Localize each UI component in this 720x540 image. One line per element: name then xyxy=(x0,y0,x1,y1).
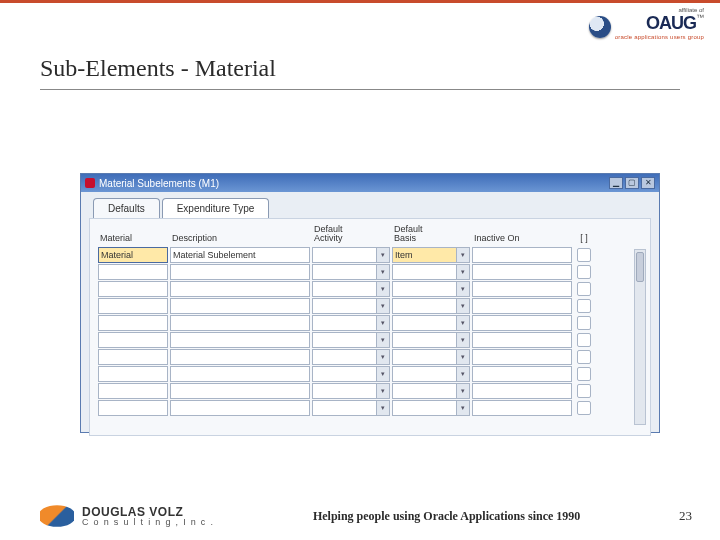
scrollbar-thumb[interactable] xyxy=(636,252,644,282)
row-checkbox[interactable] xyxy=(577,316,591,330)
row-checkbox[interactable] xyxy=(577,401,591,415)
vertical-scrollbar[interactable] xyxy=(634,249,646,425)
footer-tagline: Helping people using Oracle Applications… xyxy=(313,509,580,524)
description-field[interactable] xyxy=(170,383,310,399)
inactive-on-field[interactable] xyxy=(472,400,572,416)
chevron-down-icon[interactable]: ▾ xyxy=(376,264,390,280)
material-field[interactable]: Material xyxy=(98,247,168,263)
row-checkbox[interactable] xyxy=(577,248,591,262)
window-titlebar[interactable]: Material Subelements (M1) ▁ ▢ ✕ xyxy=(81,174,659,192)
default-basis-field[interactable]: ▾ xyxy=(392,315,470,331)
default-activity-field[interactable]: ▾ xyxy=(312,349,390,365)
row-checkbox[interactable] xyxy=(577,384,591,398)
row-checkbox[interactable] xyxy=(577,333,591,347)
chevron-down-icon[interactable]: ▾ xyxy=(456,349,470,365)
chevron-down-icon[interactable]: ▾ xyxy=(376,315,390,331)
chevron-down-icon[interactable]: ▾ xyxy=(456,298,470,314)
default-basis-field[interactable]: ▾ xyxy=(392,349,470,365)
chevron-down-icon[interactable]: ▾ xyxy=(376,298,390,314)
dv-swoosh-icon xyxy=(40,504,74,528)
description-field[interactable] xyxy=(170,281,310,297)
data-rows: Material Material Subelement ▾ Item▾ ▾ ▾ xyxy=(98,247,646,416)
description-field[interactable] xyxy=(170,315,310,331)
row-checkbox[interactable] xyxy=(577,265,591,279)
chevron-down-icon[interactable]: ▾ xyxy=(376,349,390,365)
inactive-on-field[interactable] xyxy=(472,247,572,263)
material-field[interactable] xyxy=(98,315,168,331)
window-maximize-button[interactable]: ▢ xyxy=(625,177,639,189)
chevron-down-icon[interactable]: ▾ xyxy=(376,383,390,399)
chevron-down-icon[interactable]: ▾ xyxy=(456,366,470,382)
row-checkbox[interactable] xyxy=(577,367,591,381)
material-field[interactable] xyxy=(98,332,168,348)
inactive-on-field[interactable] xyxy=(472,383,572,399)
default-basis-field[interactable]: Item▾ xyxy=(392,247,470,263)
chevron-down-icon[interactable]: ▾ xyxy=(456,315,470,331)
default-basis-field[interactable]: ▾ xyxy=(392,383,470,399)
title-underline xyxy=(40,89,680,90)
material-field[interactable] xyxy=(98,366,168,382)
chevron-down-icon[interactable]: ▾ xyxy=(456,400,470,416)
material-field[interactable] xyxy=(98,298,168,314)
description-field[interactable] xyxy=(170,400,310,416)
chevron-down-icon[interactable]: ▾ xyxy=(456,247,470,263)
default-activity-field[interactable]: ▾ xyxy=(312,332,390,348)
window-minimize-button[interactable]: ▁ xyxy=(609,177,623,189)
chevron-down-icon[interactable]: ▾ xyxy=(376,332,390,348)
window-title: Material Subelements (M1) xyxy=(99,178,607,189)
default-basis-field[interactable]: ▾ xyxy=(392,366,470,382)
chevron-down-icon[interactable]: ▾ xyxy=(376,400,390,416)
inactive-on-field[interactable] xyxy=(472,332,572,348)
material-subelements-window: Material Subelements (M1) ▁ ▢ ✕ Defaults… xyxy=(80,173,660,433)
row-checkbox[interactable] xyxy=(577,299,591,313)
description-field[interactable] xyxy=(170,332,310,348)
default-basis-field[interactable]: ▾ xyxy=(392,332,470,348)
inactive-on-field[interactable] xyxy=(472,349,572,365)
row-checkbox[interactable] xyxy=(577,350,591,364)
inactive-on-field[interactable] xyxy=(472,281,572,297)
inactive-on-field[interactable] xyxy=(472,315,572,331)
default-activity-field[interactable]: ▾ xyxy=(312,281,390,297)
default-activity-field[interactable]: ▾ xyxy=(312,264,390,280)
default-activity-field[interactable]: ▾ xyxy=(312,400,390,416)
inactive-on-field[interactable] xyxy=(472,264,572,280)
tab-strip: Defaults Expenditure Type xyxy=(93,198,659,218)
default-basis-field[interactable]: ▾ xyxy=(392,400,470,416)
row-checkbox[interactable] xyxy=(577,282,591,296)
slide-footer: DOUGLAS VOLZ C o n s u l t i n g , I n c… xyxy=(0,504,720,528)
chevron-down-icon[interactable]: ▾ xyxy=(376,366,390,382)
chevron-down-icon[interactable]: ▾ xyxy=(456,281,470,297)
window-close-button[interactable]: ✕ xyxy=(641,177,655,189)
description-field[interactable]: Material Subelement xyxy=(170,247,310,263)
default-basis-field[interactable]: ▾ xyxy=(392,264,470,280)
col-default-activity: Default Activity xyxy=(312,225,390,246)
chevron-down-icon[interactable]: ▾ xyxy=(456,332,470,348)
chevron-down-icon[interactable]: ▾ xyxy=(456,264,470,280)
default-activity-field[interactable]: ▾ xyxy=(312,383,390,399)
description-field[interactable] xyxy=(170,366,310,382)
chevron-down-icon[interactable]: ▾ xyxy=(376,247,390,263)
default-basis-field[interactable]: ▾ xyxy=(392,298,470,314)
dv-logo-line1: DOUGLAS VOLZ xyxy=(82,506,214,518)
chevron-down-icon[interactable]: ▾ xyxy=(456,383,470,399)
material-field[interactable] xyxy=(98,281,168,297)
table-row: ▾ ▾ xyxy=(98,366,646,382)
default-activity-field[interactable]: ▾ xyxy=(312,366,390,382)
description-field[interactable] xyxy=(170,349,310,365)
col-bracket: [ ] xyxy=(574,234,594,245)
description-field[interactable] xyxy=(170,264,310,280)
default-activity-field[interactable]: ▾ xyxy=(312,247,390,263)
material-field[interactable] xyxy=(98,383,168,399)
tab-expenditure-type[interactable]: Expenditure Type xyxy=(162,198,270,218)
material-field[interactable] xyxy=(98,349,168,365)
tab-defaults[interactable]: Defaults xyxy=(93,198,160,218)
default-basis-field[interactable]: ▾ xyxy=(392,281,470,297)
default-activity-field[interactable]: ▾ xyxy=(312,315,390,331)
inactive-on-field[interactable] xyxy=(472,298,572,314)
default-activity-field[interactable]: ▾ xyxy=(312,298,390,314)
description-field[interactable] xyxy=(170,298,310,314)
chevron-down-icon[interactable]: ▾ xyxy=(376,281,390,297)
material-field[interactable] xyxy=(98,264,168,280)
material-field[interactable] xyxy=(98,400,168,416)
inactive-on-field[interactable] xyxy=(472,366,572,382)
